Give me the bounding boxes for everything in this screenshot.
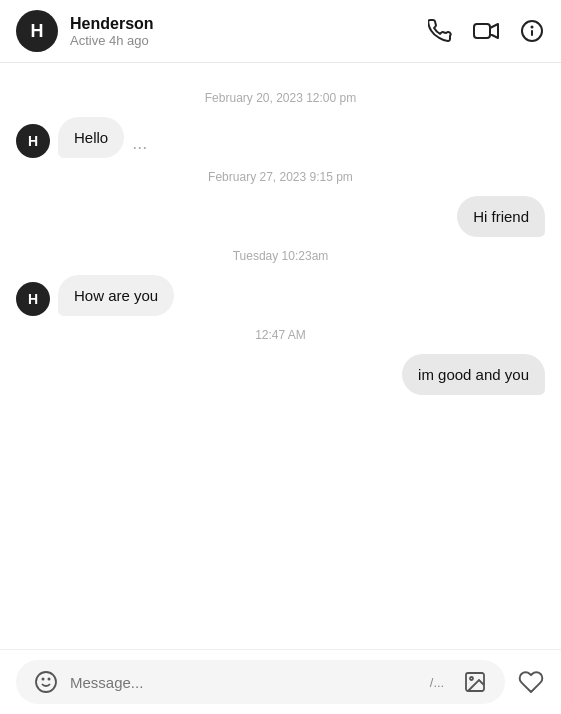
contact-info: Henderson Active 4h ago xyxy=(70,15,427,48)
chat-messages: February 20, 2023 12:00 pm H Hello ··· F… xyxy=(0,63,561,649)
slash-command-button[interactable]: /... xyxy=(423,668,451,696)
svg-marker-1 xyxy=(490,24,498,38)
chat-header: H Henderson Active 4h ago xyxy=(0,0,561,63)
message-bubble: How are you xyxy=(58,275,174,316)
avatar: H xyxy=(16,282,50,316)
message-options[interactable]: ··· xyxy=(132,137,147,158)
image-attach-button[interactable] xyxy=(461,668,489,696)
message-bubble: Hi friend xyxy=(457,196,545,237)
emoji-button[interactable] xyxy=(32,668,60,696)
timestamp-4: 12:47 AM xyxy=(16,328,545,342)
message-row: H How are you xyxy=(16,275,545,316)
timestamp-3: Tuesday 10:23am xyxy=(16,249,545,263)
contact-name: Henderson xyxy=(70,15,427,33)
timestamp-1: February 20, 2023 12:00 pm xyxy=(16,91,545,105)
svg-rect-0 xyxy=(474,24,490,38)
timestamp-2: February 27, 2023 9:15 pm xyxy=(16,170,545,184)
heart-button[interactable] xyxy=(517,668,545,696)
message-bubble: Hello xyxy=(58,117,124,158)
svg-point-5 xyxy=(36,672,56,692)
svg-point-9 xyxy=(470,677,473,680)
header-actions xyxy=(427,18,545,44)
input-bar: /... xyxy=(0,649,561,714)
input-wrapper: /... xyxy=(16,660,505,704)
message-bubble: im good and you xyxy=(402,354,545,395)
avatar: H xyxy=(16,124,50,158)
message-row: im good and you xyxy=(16,354,545,395)
message-input[interactable] xyxy=(70,674,413,691)
info-icon[interactable] xyxy=(519,18,545,44)
contact-avatar: H xyxy=(16,10,58,52)
phone-icon[interactable] xyxy=(427,18,453,44)
contact-status: Active 4h ago xyxy=(70,33,427,48)
message-row: Hi friend xyxy=(16,196,545,237)
message-row: H Hello ··· xyxy=(16,117,545,158)
video-icon[interactable] xyxy=(473,18,499,44)
